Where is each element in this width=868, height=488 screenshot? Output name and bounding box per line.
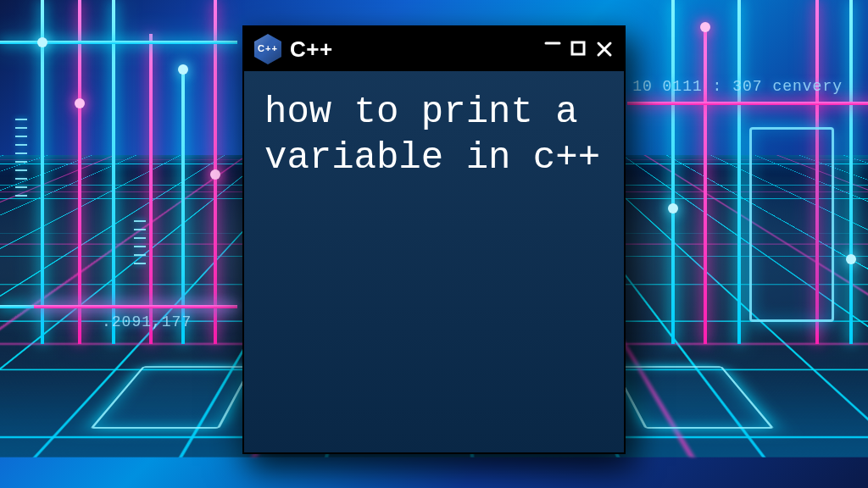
neon-line — [737, 0, 741, 344]
cpp-logo-icon: C++ — [254, 34, 281, 64]
ruler-ticks — [134, 220, 146, 264]
neon-line — [112, 0, 115, 344]
ruler-ticks — [15, 119, 27, 197]
decorative-code-text: .2091,177 — [102, 313, 192, 330]
console-content: how to print a variable in c++ — [244, 71, 624, 452]
decorative-code-text: 10 0111 : 307 cenvery — [632, 78, 843, 95]
window-title: C++ — [290, 36, 333, 63]
neon-node — [700, 22, 710, 32]
neon-line — [0, 41, 237, 44]
neon-node — [37, 37, 47, 47]
neon-line — [627, 102, 868, 105]
maximize-button[interactable] — [570, 40, 587, 59]
neon-line — [78, 0, 81, 344]
neon-line — [149, 34, 153, 344]
maximize-icon — [570, 40, 587, 57]
minimize-button[interactable] — [544, 33, 561, 55]
neon-line — [34, 305, 237, 308]
neon-line — [671, 0, 675, 344]
neon-line — [41, 0, 44, 344]
titlebar[interactable]: C++ C++ — [244, 27, 624, 71]
neon-panel — [749, 127, 834, 322]
console-window: C++ C++ how to print a variable — [242, 25, 626, 454]
close-button[interactable] — [595, 40, 614, 58]
window-controls — [544, 38, 614, 60]
svg-rect-1 — [572, 42, 584, 54]
neon-line — [181, 68, 185, 344]
neon-node — [846, 254, 856, 264]
neon-line — [704, 25, 707, 344]
neon-node — [178, 64, 188, 75]
neon-node — [75, 98, 85, 108]
minimize-icon — [544, 35, 561, 52]
neon-node — [668, 203, 678, 214]
neon-node — [210, 169, 220, 180]
neon-line — [849, 0, 853, 344]
close-icon — [595, 40, 614, 58]
